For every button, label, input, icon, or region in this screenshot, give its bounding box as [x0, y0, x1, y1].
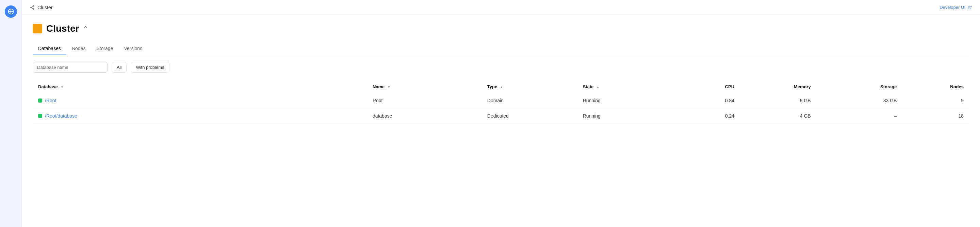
filter-all-button[interactable]: All: [111, 62, 127, 73]
filter-with-problems-button[interactable]: With problems: [130, 62, 169, 73]
cell-nodes-0: 9: [902, 93, 969, 109]
cell-memory-0: 9 GB: [740, 93, 816, 109]
status-dot-1: [38, 114, 42, 118]
databases-table: Database ▼ Name ▼ Type ▲ State ▲ CPU Mem…: [33, 81, 969, 124]
col-header-cpu[interactable]: CPU: [673, 81, 740, 93]
developer-ui-link[interactable]: Developer UI: [940, 5, 972, 10]
cell-type-0: Domain: [482, 93, 578, 109]
page-header: Cluster ⌃: [33, 23, 969, 34]
page-title: Cluster: [46, 23, 79, 34]
col-header-memory[interactable]: Memory: [740, 81, 816, 93]
cell-nodes-1: 18: [902, 109, 969, 124]
table-header-row: Database ▼ Name ▼ Type ▲ State ▲ CPU Mem…: [33, 81, 969, 93]
sort-icon-type: ▲: [500, 85, 503, 89]
page-content: Cluster ⌃ Databases Nodes Storage Versio…: [22, 15, 980, 227]
cell-cpu-0: 0.84: [673, 93, 740, 109]
col-header-storage[interactable]: Storage: [816, 81, 902, 93]
svg-line-11: [969, 6, 972, 8]
cell-storage-1: –: [816, 109, 902, 124]
col-header-database[interactable]: Database ▼: [33, 81, 367, 93]
cell-name-1: database: [367, 109, 482, 124]
table-row: /Root Root Domain Running 0.84 9 GB 33 G…: [33, 93, 969, 109]
tabs-bar: Databases Nodes Storage Versions: [33, 42, 969, 55]
cell-state-0: Running: [578, 93, 673, 109]
main-content: Cluster Developer UI Cluster ⌃ Databases…: [22, 0, 980, 227]
tab-nodes[interactable]: Nodes: [66, 42, 91, 55]
tab-versions[interactable]: Versions: [118, 42, 148, 55]
status-dot-0: [38, 99, 42, 102]
top-bar-left: Cluster: [30, 5, 52, 10]
table-row: /Root/database database Dedicated Runnin…: [33, 109, 969, 124]
svg-line-10: [32, 6, 33, 7]
top-bar: Cluster Developer UI: [22, 0, 980, 15]
cell-database-0: /Root: [33, 93, 367, 109]
cell-name-0: Root: [367, 93, 482, 109]
share-icon: [30, 5, 35, 10]
cell-state-1: Running: [578, 109, 673, 124]
svg-line-9: [32, 8, 33, 8]
sort-icon-state: ▲: [596, 85, 600, 89]
col-header-name[interactable]: Name ▼: [367, 81, 482, 93]
sidebar-logo[interactable]: [5, 5, 17, 18]
search-input[interactable]: [33, 62, 108, 73]
svg-point-1: [10, 11, 11, 13]
col-header-state[interactable]: State ▲: [578, 81, 673, 93]
cell-database-1: /Root/database: [33, 109, 367, 124]
breadcrumb-title: Cluster: [37, 5, 52, 10]
sidebar: [0, 0, 22, 227]
collapse-icon[interactable]: ⌃: [83, 25, 88, 32]
database-link-1[interactable]: /Root/database: [38, 113, 362, 118]
tab-storage[interactable]: Storage: [91, 42, 118, 55]
sort-icon-name: ▼: [387, 85, 391, 89]
database-link-0[interactable]: /Root: [38, 98, 362, 103]
cell-memory-1: 4 GB: [740, 109, 816, 124]
col-header-type[interactable]: Type ▲: [482, 81, 578, 93]
cell-cpu-1: 0.24: [673, 109, 740, 124]
col-header-nodes[interactable]: Nodes: [902, 81, 969, 93]
cell-type-1: Dedicated: [482, 109, 578, 124]
cell-storage-0: 33 GB: [816, 93, 902, 109]
filters-row: All With problems: [33, 62, 969, 73]
cluster-status-icon: [33, 24, 42, 34]
tab-databases[interactable]: Databases: [33, 42, 66, 55]
sort-icon-database: ▼: [60, 85, 64, 89]
